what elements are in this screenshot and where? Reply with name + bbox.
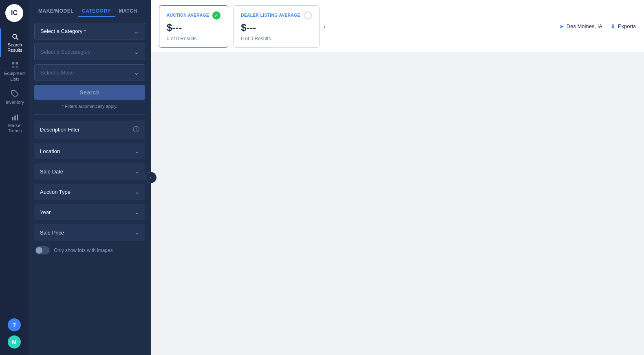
images-toggle-row: Only show lots with images (34, 245, 145, 256)
location-filter-label: Location (40, 148, 60, 154)
subcategory-chevron-icon: ⌄ (134, 48, 139, 56)
svg-rect-5 (14, 116, 15, 121)
auction-card-results: 0 of 0 Results (167, 36, 221, 42)
svg-rect-6 (17, 114, 18, 120)
search-icon (11, 33, 19, 41)
dealer-card-title: DEALER LISTING AVERAGE (241, 13, 300, 18)
description-filter-label: Description Filter (40, 127, 80, 133)
svg-rect-3 (15, 66, 18, 68)
dealer-inactive-badge (304, 11, 312, 20)
images-toggle-label: Only show lots with images (54, 248, 113, 253)
search-button[interactable]: Search (34, 85, 145, 100)
sidebar-collapse-button[interactable]: ‹ (145, 172, 157, 183)
sidebar-tabs: MAKE/MODEL CATEGORY MATCH (29, 0, 151, 17)
icon-nav: IC Search Results Equipment Lists Invent… (0, 0, 29, 355)
help-button[interactable]: ? (8, 318, 21, 331)
make-placeholder: Select a Make (40, 70, 74, 76)
sale-date-filter-label: Sale Date (40, 169, 63, 175)
dealer-card-results: 0 of 0 Results (241, 36, 311, 42)
dealer-average-card[interactable]: DEALER LISTING AVERAGE $--- 0 of 0 Resul… (233, 5, 319, 48)
sale-price-filter[interactable]: Sale Price ⌄ (34, 224, 145, 241)
description-filter-section: Description Filter ⓘ (34, 121, 145, 139)
year-chevron-icon: ⌄ (135, 209, 139, 215)
sale-date-filter[interactable]: Sale Date ⌄ (34, 163, 145, 180)
category-placeholder: Select a Category * (40, 28, 86, 34)
svg-rect-0 (12, 62, 14, 65)
auction-card-header: AUCTION AVERAGE ✓ (167, 11, 221, 20)
bar-chart-icon (11, 113, 19, 121)
images-toggle[interactable] (35, 246, 50, 254)
toggle-knob (36, 247, 42, 254)
location-label: Des Moines, IA (567, 23, 602, 29)
svg-rect-4 (12, 117, 13, 121)
download-icon: ⬇ (611, 23, 615, 30)
cards-row: AUCTION AVERAGE ✓ $--- 0 of 0 Results DE… (159, 5, 320, 48)
auction-card-price: $--- (167, 22, 221, 33)
category-select[interactable]: Select a Category * ⌄ (34, 23, 145, 39)
location-chevron-icon: ⌄ (135, 148, 139, 154)
category-chevron-icon: ⌄ (134, 27, 139, 35)
exports-label: Exports (618, 23, 636, 29)
tag-icon (11, 90, 19, 98)
year-filter[interactable]: Year ⌄ (34, 204, 145, 220)
nav-bottom: ? M (8, 318, 21, 355)
year-filter-label: Year (40, 209, 51, 215)
sidebar-content: Select a Category * ⌄ Select a Subcatego… (29, 17, 151, 355)
nav-item-equipment-lists[interactable]: Equipment Lists (0, 57, 29, 85)
list-icon (11, 61, 19, 69)
make-select[interactable]: Select a Make ⌄ (34, 64, 145, 81)
subcategory-placeholder: Select a Subcategory (40, 49, 91, 55)
auction-type-filter[interactable]: Auction Type ⌄ (34, 184, 145, 200)
nav-label-equipment-lists: Equipment Lists (4, 71, 26, 81)
nav-label-search-results: Search Results (7, 42, 22, 53)
sale-date-chevron-icon: ⌄ (135, 168, 139, 175)
dealer-card-header: DEALER LISTING AVERAGE (241, 11, 311, 20)
auction-type-chevron-icon: ⌄ (135, 188, 139, 195)
dealer-card-price: $--- (241, 22, 311, 33)
sale-price-filter-label: Sale Price (40, 230, 64, 236)
tab-category[interactable]: CATEGORY (78, 6, 115, 17)
exports-button[interactable]: ⬇ Exports (611, 23, 636, 30)
nav-label-inventory: Inventory (6, 100, 24, 105)
filters-note: * Filters automatically apply. (34, 104, 145, 109)
user-avatar[interactable]: M (8, 335, 21, 348)
location-button[interactable]: ➤ Des Moines, IA (559, 23, 602, 30)
main: AUCTION AVERAGE ✓ $--- 0 of 0 Results DE… (151, 0, 644, 355)
tab-match[interactable]: MATCH (115, 6, 141, 17)
svg-rect-1 (15, 62, 18, 65)
logo: IC (5, 4, 23, 22)
svg-rect-2 (12, 66, 14, 68)
auction-active-badge: ✓ (212, 11, 221, 20)
auction-card-title: AUCTION AVERAGE (167, 13, 209, 18)
dealer-card-chevron-icon: › (323, 22, 326, 31)
nav-item-search-results[interactable]: Search Results (0, 28, 29, 57)
content-area (151, 53, 644, 355)
topbar-right: ➤ Des Moines, IA ⬇ Exports (559, 23, 636, 30)
subcategory-select[interactable]: Select a Subcategory ⌄ (34, 44, 145, 60)
auction-type-filter-label: Auction Type (40, 189, 71, 195)
nav-item-market-trends[interactable]: Market Trends (0, 109, 29, 138)
tab-make-model[interactable]: MAKE/MODEL (34, 6, 78, 17)
make-chevron-icon: ⌄ (134, 69, 139, 77)
divider (34, 114, 145, 115)
location-icon: ➤ (559, 23, 564, 30)
sidebar: ‹ MAKE/MODEL CATEGORY MATCH Select a Cat… (29, 0, 151, 355)
auction-average-card[interactable]: AUCTION AVERAGE ✓ $--- 0 of 0 Results (159, 5, 228, 48)
nav-label-market-trends: Market Trends (8, 123, 22, 134)
location-filter[interactable]: Location ⌄ (34, 143, 145, 159)
nav-item-inventory[interactable]: Inventory (0, 86, 29, 109)
info-icon[interactable]: ⓘ (133, 125, 139, 134)
topbar: AUCTION AVERAGE ✓ $--- 0 of 0 Results DE… (151, 0, 644, 53)
sale-price-chevron-icon: ⌄ (135, 229, 139, 236)
